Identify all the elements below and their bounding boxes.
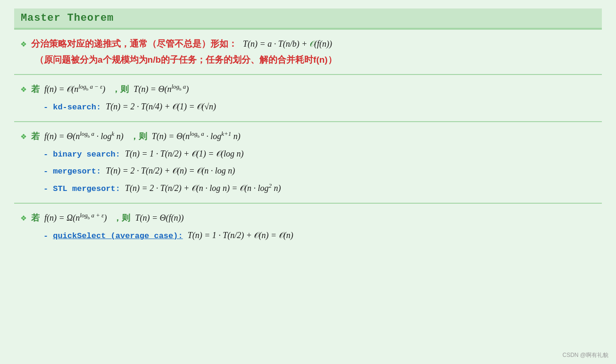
case3-condition: f(n) = Ω(nlogb a + ε) (44, 210, 107, 225)
case3-main: ❖ 若 f(n) = Ω(nlogb a + ε) ，则 T(n) = Θ(f(… (21, 210, 595, 226)
case3-ze: ，则 (113, 211, 130, 225)
watermark: CSDN @啊有礼貌 (562, 351, 608, 359)
kd-formula: T(n) = 2 · T(n/4) + 𝒪(1) = 𝒪(√n) (106, 99, 216, 114)
section-case1: ❖ 若 f(n) = 𝒪(nlogb a − ε) ，则 T(n) = Θ(nl… (14, 74, 602, 121)
case2-ruo: 若 (31, 129, 40, 144)
bullet-intro: ❖ (21, 36, 26, 52)
bullet-case1: ❖ (21, 82, 26, 98)
page-title: Master Theorem (21, 12, 114, 24)
algo-kd-search: kd-search: (53, 101, 101, 115)
case2-condition: f(n) = Θ(nlogb a · logk n) (44, 129, 124, 144)
title-bar: Master Theorem (14, 8, 602, 29)
algo-binary-search: binary search: (53, 148, 120, 162)
algo-stl-mergesort: STL mergesort: (53, 182, 120, 196)
dash2a: - (43, 148, 48, 162)
intro-text1: 分治策略对应的递推式，通常（尽管不总是）形如： (31, 36, 237, 51)
case1-main: ❖ 若 f(n) = 𝒪(nlogb a − ε) ，则 T(n) = Θ(nl… (21, 82, 595, 98)
quickselect-formula: T(n) = 1 · T(n/2) + 𝒪(n) = 𝒪(n) (188, 228, 293, 243)
intro-formula: T(n) = a · T(n/b) + 𝒪(f(n)) (243, 37, 332, 51)
case2-example-stl: - STL mergesort: T(n) = 2 · T(n/2) + 𝒪(n… (43, 181, 595, 196)
algo-quickselect: quickSelect (average case): (53, 230, 183, 243)
case3-ruo: 若 (31, 211, 40, 225)
section-case3: ❖ 若 f(n) = Ω(nlogb a + ε) ，则 T(n) = Θ(f(… (14, 203, 602, 250)
algo-mergesort: mergesort: (53, 165, 101, 179)
case1-ruo: 若 (31, 82, 40, 97)
mergesort-formula: T(n) = 2 · T(n/2) + 𝒪(n) = 𝒪(n · log n) (106, 164, 235, 178)
section-case2: ❖ 若 f(n) = Θ(nlogb a · logk n) ，则 T(n) =… (14, 121, 602, 203)
dash2b: - (43, 165, 48, 179)
case2-main: ❖ 若 f(n) = Θ(nlogb a · logk n) ，则 T(n) =… (21, 129, 595, 145)
dash1: - (43, 101, 48, 115)
case3-result: T(n) = Θ(f(n)) (135, 211, 183, 225)
case2-result: T(n) = Θ(nlogb a · logk+1 n) (152, 129, 241, 144)
case1-condition: f(n) = 𝒪(nlogb a − ε) (44, 82, 105, 97)
case1-ze: ，则 (112, 82, 129, 97)
dash2c: - (43, 182, 48, 196)
case1-result: T(n) = Θ(nlogb a) (133, 82, 189, 97)
bullet-case2: ❖ (21, 129, 26, 145)
case3-example-quickselect: - quickSelect (average case): T(n) = 1 ·… (43, 228, 595, 243)
bullet-case3: ❖ (21, 210, 26, 226)
page: Master Theorem ❖ 分治策略对应的递推式，通常（尽管不总是）形如：… (0, 0, 616, 364)
binary-formula: T(n) = 1 · T(n/2) + 𝒪(1) = 𝒪(log n) (125, 147, 243, 161)
case2-example-binary: - binary search: T(n) = 1 · T(n/2) + 𝒪(1… (43, 147, 595, 162)
dash3: - (43, 230, 48, 243)
intro-text2: （原问题被分为a个规模均为n/b的子任务；任务的划分、解的合并耗时f(n)） (35, 52, 337, 67)
intro-line1: ❖ 分治策略对应的递推式，通常（尽管不总是）形如： T(n) = a · T(n… (21, 36, 595, 52)
intro-line2: （原问题被分为a个规模均为n/b的子任务；任务的划分、解的合并耗时f(n)） (35, 52, 595, 67)
stl-formula: T(n) = 2 · T(n/2) + 𝒪(n · log n) = 𝒪(n ·… (125, 181, 281, 196)
case1-example-kd: - kd-search: T(n) = 2 · T(n/4) + 𝒪(1) = … (43, 99, 595, 115)
case2-ze: ，则 (130, 129, 147, 144)
case2-example-mergesort: - mergesort: T(n) = 2 · T(n/2) + 𝒪(n) = … (43, 164, 595, 179)
section-intro: ❖ 分治策略对应的递推式，通常（尽管不总是）形如： T(n) = a · T(n… (14, 29, 602, 74)
